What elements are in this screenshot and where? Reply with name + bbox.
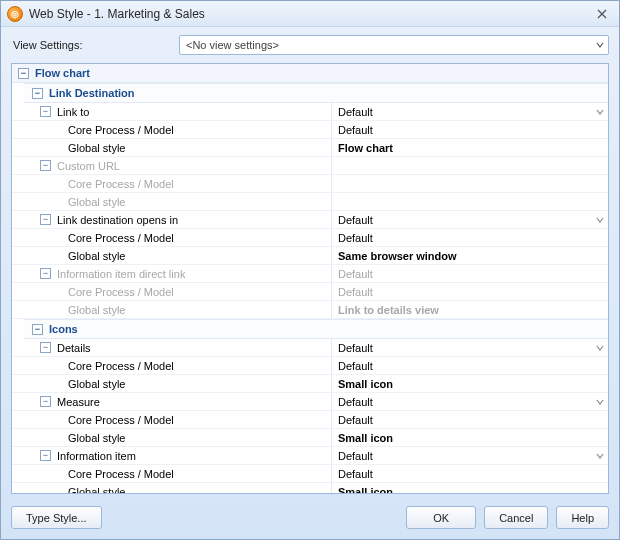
property-row: Information item direct linkDefault (12, 265, 608, 283)
titlebar: ◎ Web Style - 1. Marketing & Sales (1, 1, 619, 27)
cancel-button[interactable]: Cancel (484, 506, 548, 529)
property-value[interactable]: Default (332, 211, 608, 228)
property-name: Core Process / Model (12, 121, 332, 138)
property-name: Link destination opens in (12, 211, 332, 228)
property-value[interactable]: Default (332, 339, 608, 356)
expander-icon[interactable] (18, 68, 29, 79)
property-name: Information item (12, 447, 332, 464)
chevron-down-icon (596, 214, 604, 226)
section-label: Flow chart (35, 67, 90, 79)
property-value: Default (332, 121, 608, 138)
chevron-down-icon (596, 450, 604, 462)
property-row: Core Process / ModelDefault (12, 229, 608, 247)
expander-icon[interactable] (40, 268, 51, 279)
property-value (332, 157, 608, 174)
close-button[interactable] (591, 5, 613, 23)
property-name: Core Process / Model (12, 465, 332, 482)
ok-button[interactable]: OK (406, 506, 476, 529)
property-name: Global style (12, 483, 332, 493)
property-name: Global style (12, 247, 332, 264)
dialog-footer: Type Style... OK Cancel Help (1, 500, 619, 539)
property-value (332, 175, 608, 192)
property-name: Details (12, 339, 332, 356)
property-row: Global style (12, 193, 608, 211)
type-style-button[interactable]: Type Style... (11, 506, 102, 529)
window-title: Web Style - 1. Marketing & Sales (29, 7, 591, 21)
property-row: Link destination opens inDefault (12, 211, 608, 229)
expander-icon[interactable] (32, 324, 43, 335)
view-settings-dropdown[interactable]: <No view settings> (179, 35, 609, 55)
chevron-down-icon (596, 396, 604, 408)
property-value: Default (332, 357, 608, 374)
section-header-root: Flow chart (12, 64, 608, 83)
property-row: Core Process / ModelDefault (12, 283, 608, 301)
expander-icon[interactable] (40, 106, 51, 117)
expander-icon[interactable] (40, 450, 51, 461)
property-grid: Flow chartLink DestinationLink toDefault… (11, 63, 609, 494)
view-settings-label: View Settings: (13, 39, 179, 51)
property-row: Core Process / Model (12, 175, 608, 193)
property-value[interactable]: Default (332, 103, 608, 120)
section-label: Icons (49, 323, 78, 335)
property-row: Link toDefault (12, 103, 608, 121)
expander-icon[interactable] (32, 88, 43, 99)
property-row: DetailsDefault (12, 339, 608, 357)
property-value: Small icon (332, 483, 608, 493)
property-value: Small icon (332, 375, 608, 392)
property-row: Global styleSame browser window (12, 247, 608, 265)
app-icon: ◎ (7, 6, 23, 22)
property-row: Core Process / ModelDefault (12, 357, 608, 375)
expander-icon[interactable] (40, 214, 51, 225)
property-name: Global style (12, 139, 332, 156)
property-name: Information item direct link (12, 265, 332, 282)
property-row: Core Process / ModelDefault (12, 121, 608, 139)
section-label: Link Destination (49, 87, 135, 99)
property-grid-scroll[interactable]: Flow chartLink DestinationLink toDefault… (12, 64, 608, 493)
view-settings-row: View Settings: <No view settings> (1, 27, 619, 61)
property-value: Flow chart (332, 139, 608, 156)
property-value: Link to details view (332, 301, 608, 318)
help-button[interactable]: Help (556, 506, 609, 529)
property-value: Default (332, 229, 608, 246)
property-row: Global styleFlow chart (12, 139, 608, 157)
property-row: Global styleSmall icon (12, 429, 608, 447)
property-row: Global styleSmall icon (12, 375, 608, 393)
property-row: Global styleLink to details view (12, 301, 608, 319)
property-name: Core Process / Model (12, 175, 332, 192)
chevron-down-icon (596, 106, 604, 118)
property-value: Default (332, 283, 608, 300)
property-value[interactable]: Default (332, 393, 608, 410)
property-row: Core Process / ModelDefault (12, 411, 608, 429)
view-settings-value: <No view settings> (186, 39, 279, 51)
property-value[interactable]: Default (332, 447, 608, 464)
property-name: Measure (12, 393, 332, 410)
section-header: Link Destination (24, 83, 608, 103)
property-name: Global style (12, 193, 332, 210)
property-name: Core Process / Model (12, 283, 332, 300)
property-row: Global styleSmall icon (12, 483, 608, 493)
expander-icon[interactable] (40, 396, 51, 407)
expander-icon[interactable] (40, 160, 51, 171)
property-row: Information itemDefault (12, 447, 608, 465)
property-name: Global style (12, 429, 332, 446)
dialog-window: ◎ Web Style - 1. Marketing & Sales View … (0, 0, 620, 540)
property-value (332, 193, 608, 210)
property-row: Core Process / ModelDefault (12, 465, 608, 483)
property-row: MeasureDefault (12, 393, 608, 411)
chevron-down-icon (596, 39, 604, 51)
property-name: Core Process / Model (12, 357, 332, 374)
property-name: Global style (12, 301, 332, 318)
property-name: Core Process / Model (12, 411, 332, 428)
property-name: Link to (12, 103, 332, 120)
expander-icon[interactable] (40, 342, 51, 353)
property-value: Default (332, 265, 608, 282)
property-name: Global style (12, 375, 332, 392)
property-name: Custom URL (12, 157, 332, 174)
property-value: Small icon (332, 429, 608, 446)
property-value: Default (332, 465, 608, 482)
property-value: Default (332, 411, 608, 428)
property-value: Same browser window (332, 247, 608, 264)
section-header: Icons (24, 319, 608, 339)
chevron-down-icon (596, 342, 604, 354)
property-name: Core Process / Model (12, 229, 332, 246)
